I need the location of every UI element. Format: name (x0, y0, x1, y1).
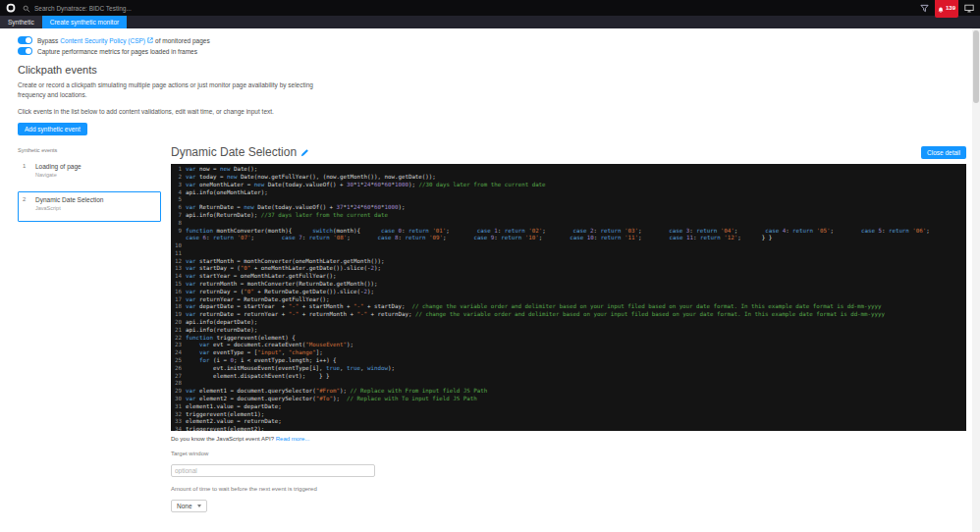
code-line: api.info(oneMonthLater); (186, 189, 966, 197)
code-line: triggerevent(element2); (186, 426, 966, 431)
code-line: var now = new Date(); (186, 166, 966, 174)
line-number: 25 (171, 357, 186, 365)
line-number: 7 (171, 212, 186, 220)
filter-icon[interactable] (920, 0, 929, 17)
frames-toggle[interactable] (18, 47, 32, 55)
clickpath-events-heading: Clickpath events (18, 64, 966, 76)
close-detail-button[interactable]: Close detail (921, 146, 966, 159)
line-number: 31 (171, 403, 186, 411)
search-icon (23, 0, 30, 17)
csp-toggle-row: Bypass Content Security Policy (CSP) of … (18, 36, 966, 44)
wait-time-value: None (177, 503, 192, 509)
code-line: var startYear = oneMonthLater.getFullYea… (186, 273, 966, 281)
code-line: evt.initMouseEvent(eventType[i], true, t… (186, 365, 966, 373)
line-number: 5 (171, 196, 186, 204)
code-line: var element1 = document.querySelector("#… (186, 388, 966, 396)
chevron-down-icon (197, 505, 201, 507)
line-number: 14 (171, 273, 186, 281)
csp-label-suffix: of monitored pages (155, 37, 210, 44)
code-line: function monthConverter(month){ switch(m… (186, 228, 966, 243)
line-number: 24 (171, 349, 186, 357)
line-number: 12 (171, 258, 186, 266)
code-line (186, 380, 966, 388)
clickpath-hint: Click events in the list below to add co… (18, 108, 966, 115)
events-list-heading: Synthetic events (18, 147, 161, 153)
dynatrace-logo-icon[interactable] (6, 3, 16, 13)
line-number: 17 (171, 296, 186, 304)
line-number: 32 (171, 411, 186, 419)
target-window-input[interactable] (171, 464, 375, 477)
bell-icon (938, 0, 944, 17)
line-number: 21 (171, 327, 186, 335)
event-item-loading-of-page[interactable]: 1 Loading of page Navigate (18, 158, 161, 184)
event-subtitle: Navigate (35, 172, 82, 178)
csp-label-prefix: Bypass (37, 37, 58, 44)
event-detail-panel: Dynamic Date Selection Close detail 1var… (171, 145, 966, 532)
code-line (186, 242, 966, 250)
code-line: var returnYear = ReturnDate.getFullYear(… (186, 296, 966, 304)
line-number: 16 (171, 289, 186, 296)
code-line: var evt = document.createEvent("MouseEve… (186, 342, 966, 349)
code-line: var startMonth = monthConverter(oneMonth… (186, 258, 966, 266)
tab-synthetic[interactable]: Synthetic (0, 16, 42, 28)
event-text: Loading of page Navigate (35, 163, 82, 178)
detail-header: Dynamic Date Selection Close detail (171, 145, 966, 159)
vertical-scrollbar[interactable] (972, 28, 980, 532)
code-line: api.info(departDate); (186, 319, 966, 327)
code-line: element2.value = returnDate; (186, 418, 966, 426)
clickpath-description: Create or record a clickpath simulating … (18, 80, 334, 100)
code-line: function triggerevent(element) { (186, 335, 966, 343)
main-content: Bypass Content Security Policy (CSP) of … (0, 28, 980, 532)
event-number: 2 (23, 196, 30, 211)
code-line: var ReturnDate = new Date(today.valueOf(… (186, 204, 966, 212)
line-number: 28 (171, 380, 186, 388)
code-line: api.info(ReturnDate); //37 days later fr… (186, 212, 966, 220)
edit-pencil-icon[interactable] (300, 148, 309, 157)
csp-link[interactable]: Content Security Policy (CSP) (60, 37, 145, 44)
frames-toggle-label: Capture performance metrics for pages lo… (37, 48, 197, 55)
event-title: Loading of page (35, 163, 82, 170)
line-number: 23 (171, 342, 186, 349)
read-more-link[interactable]: Read more... (276, 436, 310, 442)
line-number: 20 (171, 319, 186, 327)
code-line: var element2 = document.querySelector("#… (186, 396, 966, 403)
line-number: 1 (171, 166, 186, 174)
api-hint: Do you know the JavaScript event API? Re… (171, 436, 966, 442)
code-line: var eventType = ["input", "change"]; (186, 349, 966, 357)
line-number: 34 (171, 426, 186, 431)
event-number: 1 (23, 163, 30, 178)
code-line: triggerevent(element1); (186, 411, 966, 419)
event-subtitle: JavaScript (35, 205, 103, 211)
wait-time-select[interactable]: None (171, 500, 207, 512)
line-number: 26 (171, 365, 186, 373)
line-number: 15 (171, 281, 186, 289)
display-icon[interactable] (964, 0, 974, 17)
line-number: 2 (171, 174, 186, 182)
tab-create-synthetic-monitor[interactable]: Create synthetic monitor (42, 16, 127, 28)
line-number: 33 (171, 418, 186, 426)
scrollbar-thumb[interactable] (973, 30, 979, 103)
api-hint-text: Do you know the JavaScript event API? (171, 436, 274, 442)
javascript-code-editor[interactable]: 1var now = new Date();2var today = new D… (171, 164, 966, 431)
notification-badge[interactable]: 139 (935, 0, 958, 18)
synthetic-events-list: Synthetic events 1 Loading of page Navig… (18, 145, 161, 532)
event-item-dynamic-date-selection[interactable]: 2 Dynamic Date Selection JavaScript (18, 191, 161, 222)
target-window-label: Target window (171, 451, 966, 456)
line-number: 3 (171, 182, 186, 189)
code-line (186, 220, 966, 228)
add-synthetic-event-button[interactable]: Add synthetic event (18, 123, 87, 135)
top-bar-actions: 139 (920, 0, 974, 18)
event-title: Dynamic Date Selection (35, 196, 103, 203)
code-line: element1.value = departDate; (186, 403, 966, 411)
line-number: 10 (171, 242, 186, 250)
code-line: var today = new Date(now.getFullYear(), … (186, 174, 966, 182)
external-link-icon (147, 37, 153, 44)
search-input[interactable]: Search Dynatrace: BIDC Testing... (34, 5, 132, 12)
detail-title: Dynamic Date Selection (171, 145, 297, 159)
global-search[interactable]: Search Dynatrace: BIDC Testing... (23, 0, 132, 17)
csp-toggle[interactable] (18, 36, 32, 44)
code-line: var oneMonthLater = new Date(today.value… (186, 182, 966, 189)
code-line: for (i = 0; i < eventType.length; i++) { (186, 357, 966, 365)
frames-toggle-row: Capture performance metrics for pages lo… (18, 47, 966, 55)
line-number: 27 (171, 373, 186, 381)
